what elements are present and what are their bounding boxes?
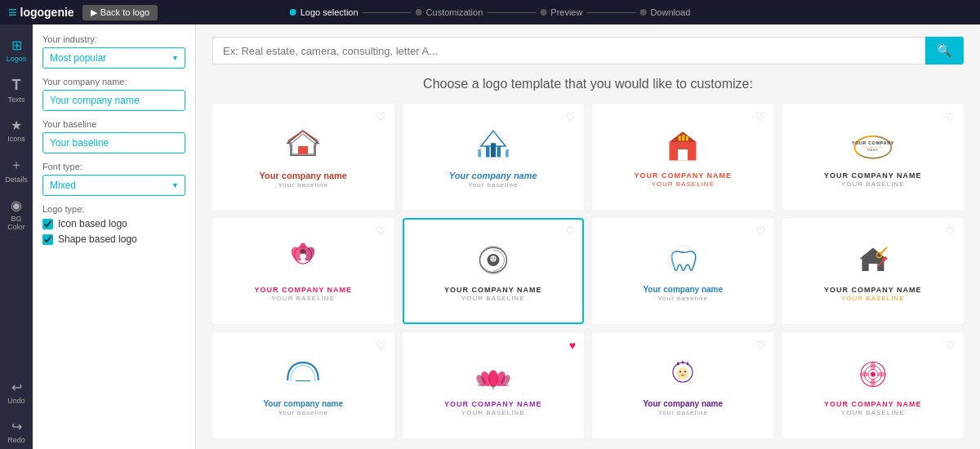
card-6-name: YOUR COMPANY NAME <box>444 286 542 294</box>
undo-label: Undo <box>7 397 25 405</box>
undo-icon: ↩ <box>11 380 22 395</box>
heart-icon-2[interactable]: ♡ <box>565 110 576 123</box>
company-name-input[interactable] <box>42 90 185 111</box>
logo-card-10[interactable]: ♥ YOUR COMPANY NAME YOUR BASELINE <box>403 332 585 438</box>
logo-card-11[interactable]: ♡ Your company name Your baseline <box>592 332 774 438</box>
heart-icon-10[interactable]: ♥ <box>569 339 576 352</box>
heart-icon-1[interactable]: ♡ <box>376 110 386 123</box>
brand-name: logogenie <box>20 6 74 19</box>
sidebar-item-icons[interactable]: ★ Icons <box>0 113 33 148</box>
logo-svg-10 <box>469 355 518 396</box>
svg-point-58 <box>871 361 875 370</box>
svg-rect-14 <box>678 149 688 161</box>
heart-icon-8[interactable]: ♡ <box>945 224 956 238</box>
card-4-name: YOUR COMPANY NAME <box>824 171 922 180</box>
heart-icon-11[interactable]: ♡ <box>755 339 766 352</box>
logo-card-1[interactable]: ♡ Your company name Your baseline <box>212 104 394 210</box>
svg-point-52 <box>684 371 686 372</box>
step-download[interactable]: Download <box>639 7 690 17</box>
heart-icon-12[interactable]: ♡ <box>945 339 956 352</box>
card-4-baseline: YOUR BASELINE <box>841 180 904 188</box>
card-7-baseline: Your baseline <box>658 295 708 302</box>
logo-type-label: Logo type: <box>42 204 185 214</box>
shape-based-checkbox[interactable] <box>42 234 53 245</box>
left-panel: Your industry: Most popular Your company… <box>33 24 196 449</box>
step-preview[interactable]: Preview <box>540 7 582 17</box>
shape-based-checkbox-item: Shape based logo <box>42 233 185 245</box>
step-label-2: Customization <box>426 7 483 17</box>
card-2-baseline: Your baseline <box>468 181 518 189</box>
main-content: 🔍 Choose a logo template that you would … <box>196 24 980 449</box>
step-line-3 <box>586 12 635 13</box>
step-dot-3 <box>540 9 546 16</box>
step-line-1 <box>363 12 412 13</box>
sidebar-item-logos[interactable]: ⊞ Logos <box>0 33 33 68</box>
svg-text:NAME: NAME <box>867 148 879 151</box>
svg-rect-16 <box>683 135 685 141</box>
logo-svg-6 <box>469 241 518 282</box>
sidebar-item-bg-color[interactable]: ◉ BG Color <box>0 193 33 236</box>
back-label: Back to logo <box>100 7 150 17</box>
sidebar-item-redo[interactable]: ↪ Redo <box>0 414 33 449</box>
card-8-baseline: YOUR BASELINE <box>841 295 904 302</box>
svg-rect-6 <box>486 146 490 158</box>
texts-label: Texts <box>7 96 24 104</box>
heart-icon-4[interactable]: ♡ <box>945 110 956 123</box>
font-type-dropdown[interactable]: Mixed <box>42 175 185 196</box>
search-button[interactable]: 🔍 <box>925 37 964 64</box>
logo-svg-4: YOUR COMPANY NAME <box>849 127 898 167</box>
card-5-baseline: YOUR BASELINE <box>272 295 335 302</box>
step-customization[interactable]: Customization <box>416 7 483 17</box>
svg-point-60 <box>860 371 869 376</box>
card-10-baseline: YOUR BASELINE <box>461 409 524 416</box>
step-label-3: Preview <box>550 7 582 17</box>
sidebar-item-details[interactable]: ＋ Details <box>0 152 33 189</box>
svg-rect-36 <box>869 264 878 271</box>
search-bar: 🔍 <box>212 37 964 64</box>
section-title: Choose a logo template that you would li… <box>212 77 964 91</box>
card-8-name: YOUR COMPANY NAME <box>824 286 922 294</box>
texts-icon: T <box>12 77 21 94</box>
back-arrow-icon: ▶ <box>91 7 97 18</box>
svg-point-33 <box>494 257 496 259</box>
heart-icon-3[interactable]: ♡ <box>755 110 766 123</box>
bg-color-icon: ◉ <box>11 198 22 213</box>
svg-point-28 <box>301 249 305 254</box>
step-dot-2 <box>416 9 422 16</box>
logo-card-2[interactable]: ♡ Your company name Your baseline <box>403 104 585 210</box>
shape-based-label: Shape based logo <box>58 233 137 245</box>
icon-sidebar: ⊞ Logos T Texts ★ Icons ＋ Details ◉ BG C… <box>0 24 33 449</box>
logo-svg-1 <box>278 126 327 167</box>
heart-icon-5[interactable]: ♡ <box>376 224 386 238</box>
steps-nav: Logo selection Customization Preview Dow… <box>290 7 691 17</box>
details-label: Details <box>5 176 28 184</box>
logo-card-8[interactable]: ♡ YOUR COMPANY NAME YOUR BASELINE <box>782 218 964 324</box>
card-1-baseline: Your baseline <box>278 181 328 189</box>
logo-svg-7 <box>658 240 707 281</box>
sidebar-item-texts[interactable]: T Texts <box>0 72 33 109</box>
industry-dropdown[interactable]: Most popular <box>42 47 185 69</box>
back-to-logo-button[interactable]: ▶ Back to logo <box>82 5 158 20</box>
logo-svg-5 <box>278 241 327 282</box>
logo-svg-12 <box>849 355 898 396</box>
logo-card-5[interactable]: ♡ YOUR COMPANY NAME YOUR BASELINE <box>212 218 394 324</box>
logo-card-6[interactable]: ♡ YOUR COMPANY NAME YOUR BASELINE <box>403 218 585 324</box>
step-line-2 <box>487 12 536 13</box>
logo-card-9[interactable]: ♡ Your company name Your baseline <box>212 332 394 438</box>
icon-based-checkbox[interactable] <box>42 219 53 229</box>
logo-card-3[interactable]: ♡ YOUR COMPANY NAME YOUR BASELINE <box>592 104 774 210</box>
card-6-baseline: YOUR BASELINE <box>461 295 524 302</box>
logo-card-4[interactable]: ♡ YOUR COMPANY NAME YOUR COMPANY NAME YO… <box>782 104 964 210</box>
sidebar-item-undo[interactable]: ↩ Undo <box>0 375 33 410</box>
heart-icon-6[interactable]: ♡ <box>565 224 576 238</box>
logo-card-7[interactable]: ♡ Your company name Your baseline <box>592 218 774 324</box>
heart-icon-9[interactable]: ♡ <box>376 339 386 352</box>
logo-card-12[interactable]: ♡ YOUR COMPANY NAME YOUR BASELINE <box>782 332 964 438</box>
heart-icon-7[interactable]: ♡ <box>755 224 766 238</box>
search-input[interactable] <box>212 37 925 64</box>
step-logo-selection[interactable]: Logo selection <box>290 7 359 17</box>
main-layout: ⊞ Logos T Texts ★ Icons ＋ Details ◉ BG C… <box>0 24 980 449</box>
step-dot-4 <box>639 9 646 16</box>
svg-point-53 <box>683 374 684 376</box>
baseline-input[interactable] <box>42 132 185 153</box>
